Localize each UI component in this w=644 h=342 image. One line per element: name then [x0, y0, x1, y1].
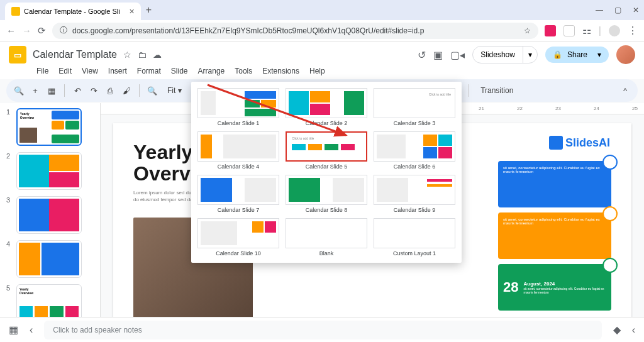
share-dropdown[interactable]: ▾ [592, 47, 606, 63]
layout-option[interactable]: Calendar Slide 4 [197, 131, 279, 170]
maximize-icon[interactable]: ▢ [614, 6, 621, 14]
menu-arrange[interactable]: Arrange [198, 67, 225, 75]
print-icon[interactable]: ⎙ [104, 86, 116, 96]
address-bar: ← → ⟳ ⓘ docs.google.com/presentation/d/1… [0, 20, 644, 41]
menu-file[interactable]: File [36, 67, 48, 75]
collapse-toolbar-icon[interactable]: ^ [619, 86, 631, 96]
thumb-number: 5 [6, 284, 13, 292]
browser-tab[interactable]: Calendar Template - Google Sli ✕ [5, 3, 141, 20]
menu-format[interactable]: Format [137, 67, 161, 75]
bookmark-icon[interactable]: ☆ [524, 26, 531, 35]
layout-option[interactable]: Calendar Slide 10 [197, 218, 279, 256]
thumb-number: 3 [6, 196, 13, 204]
cloud-status-icon[interactable]: ☁ [153, 50, 162, 60]
menu-slide[interactable]: Slide [171, 67, 188, 75]
calendar-card[interactable]: 28 August, 2024 sit amet, consectetur ad… [498, 264, 611, 311]
redo-icon[interactable]: ↷ [87, 86, 100, 96]
close-window-icon[interactable]: ✕ [633, 6, 639, 14]
reload-icon[interactable]: ⟳ [38, 25, 46, 36]
layout-popup: Calendar Slide 1Calendar Slide 2Click to… [191, 82, 462, 263]
collapse-filmstrip-icon[interactable]: ‹ [30, 324, 33, 336]
document-title[interactable]: Calendar Template [33, 49, 117, 60]
extension-icon[interactable] [564, 25, 575, 36]
layout-label: Calendar Slide 3 [374, 120, 455, 126]
minimize-icon[interactable]: — [596, 6, 603, 14]
menu-tools[interactable]: Tools [235, 67, 252, 75]
forward-icon: → [22, 25, 31, 36]
layout-option[interactable]: Calendar Slide 2 [286, 88, 367, 126]
extension-icon[interactable] [545, 25, 556, 36]
explore-icon[interactable]: ◆ [613, 324, 621, 336]
brand-badge: SlidesAI [549, 136, 610, 150]
grid-view-icon[interactable]: ▦ [9, 324, 18, 336]
account-avatar[interactable] [616, 45, 635, 64]
new-slide-layout-icon[interactable]: ▦ [45, 86, 58, 96]
site-info-icon[interactable]: ⓘ [60, 25, 67, 36]
slide-thumbnail[interactable]: YearlyOverview [16, 284, 82, 322]
new-tab-button[interactable]: + [146, 4, 152, 16]
star-icon[interactable]: ☆ [123, 50, 131, 60]
thumb-number: 4 [6, 240, 13, 248]
layout-option[interactable]: Calendar Slide 8 [286, 175, 367, 213]
layout-option[interactable]: Calendar Slide 6 [374, 131, 455, 170]
menu-help[interactable]: Help [309, 67, 325, 75]
layout-option[interactable]: Calendar Slide 9 [374, 175, 455, 213]
new-slide-icon[interactable]: + [29, 86, 42, 96]
layout-label: Calendar Slide 8 [286, 207, 367, 213]
slideshow-button[interactable]: Slideshow ▾ [472, 46, 538, 63]
close-tab-icon[interactable]: ✕ [129, 8, 135, 16]
layout-label: Calendar Slide 1 [197, 120, 279, 126]
menu-insert[interactable]: Insert [108, 67, 127, 75]
slide-thumbnail[interactable] [16, 240, 82, 278]
layout-label: Calendar Slide 6 [374, 163, 455, 170]
calendar-card[interactable]: sit amet, consectetur adipiscing elit. C… [498, 161, 611, 207]
chevron-left-icon[interactable]: ‹ [632, 324, 635, 336]
layout-option[interactable]: Custom Layout 1 [374, 218, 455, 256]
tab-title: Calendar Template - Google Sli [24, 8, 120, 15]
back-icon[interactable]: ← [6, 25, 16, 36]
menu-edit[interactable]: Edit [58, 67, 72, 75]
layout-label: Blank [286, 250, 367, 256]
slide-thumbnail[interactable] [16, 152, 82, 190]
paint-format-icon[interactable]: 🖌 [120, 86, 133, 96]
calendar-card[interactable]: sit amet, consectetur adipiscing elit. C… [498, 212, 611, 259]
zoom-icon[interactable]: 🔍 [146, 86, 158, 96]
layout-option[interactable]: Calendar Slide 7 [197, 175, 279, 213]
filmstrip[interactable]: 1 YearlyOverview 2 3 4 [0, 103, 88, 342]
speaker-notes[interactable]: Click to add speaker notes [44, 321, 601, 339]
share-label: Share [567, 50, 587, 59]
app-header: ▭ Calendar Template ☆ 🗀 ☁ ↺ ▣ ▢◂ Slidesh… [0, 41, 644, 79]
history-icon[interactable]: ↺ [418, 49, 426, 61]
comments-icon[interactable]: ▣ [433, 49, 443, 61]
bottom-bar: ▦ ‹ Click to add speaker notes ◆ ‹ [0, 317, 644, 342]
search-icon[interactable]: 🔍 [13, 86, 25, 96]
extensions-menu-icon[interactable]: ⚏ [582, 25, 591, 36]
share-button[interactable]: 🔒 Share ▾ [545, 47, 609, 63]
profile-icon[interactable] [609, 25, 620, 36]
url-input[interactable]: ⓘ docs.google.com/presentation/d/13FEEhk… [52, 23, 538, 39]
slides-logo[interactable]: ▭ [9, 46, 26, 63]
layout-option[interactable]: Calendar Slide 1 [197, 88, 279, 126]
layout-option[interactable]: Click to add titleCalendar Slide 3 [374, 88, 455, 126]
slide-thumbnail[interactable]: YearlyOverview [16, 108, 82, 146]
meet-icon[interactable]: ▢◂ [450, 49, 465, 61]
layout-option[interactable]: Blank [286, 218, 367, 256]
vertical-ruler [88, 103, 101, 342]
undo-icon[interactable]: ↶ [71, 86, 84, 96]
transition-button[interactable]: Transition [475, 84, 518, 97]
layout-label: Calendar Slide 10 [197, 250, 279, 256]
thumb-number: 2 [6, 152, 13, 160]
menu-view[interactable]: View [82, 67, 98, 75]
url-text: docs.google.com/presentation/d/13FEEhkZn… [72, 26, 424, 35]
slideshow-dropdown[interactable]: ▾ [523, 47, 537, 63]
thumb-number: 1 [6, 108, 13, 116]
menu-extensions[interactable]: Extensions [262, 67, 299, 75]
zoom-select[interactable]: Fit ▾ [162, 84, 187, 97]
layout-option[interactable]: Click to add titleCalendar Slide 5 [286, 131, 367, 170]
move-icon[interactable]: 🗀 [138, 50, 147, 60]
lock-icon: 🔒 [553, 50, 562, 59]
menu-bar: File Edit View Insert Format Slide Arran… [9, 64, 635, 79]
slide-thumbnail[interactable] [16, 196, 82, 234]
browser-menu-icon[interactable]: ⋮ [628, 25, 638, 36]
layout-label: Calendar Slide 2 [286, 120, 367, 126]
